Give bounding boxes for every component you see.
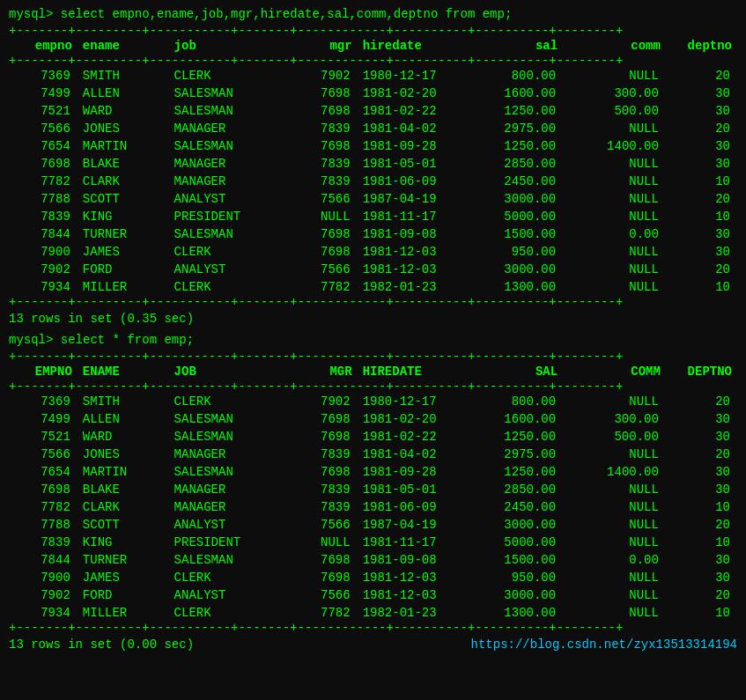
cell-ename: MILLER: [78, 604, 169, 622]
cell-job: SALESMAN: [169, 428, 295, 446]
cell-job: CLERK: [169, 67, 295, 85]
table-row: 7788SCOTTANALYST75661987-04-193000.00NUL…: [9, 516, 737, 534]
cell-deptno: 30: [666, 428, 737, 446]
table-row: 7788SCOTTANALYST75661987-04-193000.00NUL…: [9, 190, 737, 208]
header-cell-hiredate: HIREDATE: [358, 363, 472, 380]
cell-empno: 7902: [9, 586, 78, 604]
cell-hiredate: 1981-11-17: [358, 208, 472, 225]
result1: 13 rows in set (0.35 sec): [9, 312, 737, 326]
cmd1: mysql> select empno,ename,job,mgr,hireda…: [9, 7, 737, 21]
cell-mgr: 7839: [294, 120, 357, 137]
cell-job: CLERK: [169, 393, 295, 410]
cell-deptno: 10: [666, 604, 737, 622]
header-cell-sal: SAL: [471, 363, 563, 380]
cell-hiredate: 1981-04-02: [358, 120, 472, 137]
cell-empno: 7654: [9, 137, 78, 155]
cell-comm: NULL: [563, 173, 666, 190]
table-row: 7934MILLERCLERK77821982-01-231300.00NULL…: [9, 278, 737, 296]
cell-hiredate: 1981-05-01: [358, 155, 472, 173]
table-row: 7782CLARKMANAGER78391981-06-092450.00NUL…: [9, 498, 737, 516]
cell-job: ANALYST: [169, 190, 295, 208]
cell-sal: 1600.00: [471, 410, 563, 428]
url: https://blog.csdn.net/zyx13513314194: [471, 637, 737, 652]
cell-hiredate: 1981-12-03: [358, 569, 472, 586]
table-row: 7902FORDANALYST75661981-12-033000.00NULL…: [9, 261, 737, 278]
cell-hiredate: 1981-12-03: [358, 261, 472, 278]
cell-hiredate: 1981-12-03: [358, 243, 472, 261]
cell-ename: SCOTT: [78, 190, 169, 208]
cell-comm: NULL: [563, 120, 666, 137]
cell-sal: 2975.00: [471, 446, 563, 463]
cell-ename: MARTIN: [78, 463, 169, 481]
table-divider: +-------+---------+-----------+-------+-…: [9, 622, 737, 634]
cell-comm: NULL: [563, 481, 666, 498]
cell-comm: NULL: [563, 569, 666, 586]
cell-hiredate: 1980-12-17: [358, 393, 472, 410]
header-cell-hiredate: hiredate: [358, 37, 472, 55]
table-row: 7654MARTINSALESMAN76981981-09-281250.001…: [9, 463, 737, 481]
header-cell-ename: ename: [78, 37, 169, 55]
cell-sal: 3000.00: [471, 261, 563, 278]
table-divider: +-------+---------+-----------+-------+-…: [9, 296, 737, 308]
table-row: 7654MARTINSALESMAN76981981-09-281250.001…: [9, 137, 737, 155]
cell-mgr: NULL: [294, 534, 357, 551]
cell-deptno: 10: [666, 173, 737, 190]
cell-deptno: 20: [666, 261, 737, 278]
cell-deptno: 10: [666, 208, 737, 225]
cell-ename: TURNER: [78, 225, 169, 243]
cell-mgr: 7698: [294, 463, 357, 481]
cell-deptno: 10: [666, 278, 737, 296]
cell-empno: 7844: [9, 551, 78, 569]
cell-empno: 7499: [9, 85, 78, 102]
cell-deptno: 30: [666, 463, 737, 481]
cell-hiredate: 1981-02-22: [358, 428, 472, 446]
cell-job: SALESMAN: [169, 85, 295, 102]
cell-comm: NULL: [563, 586, 666, 604]
cell-ename: MARTIN: [78, 137, 169, 155]
result2: 13 rows in set (0.00 sec): [9, 637, 194, 652]
cell-deptno: 10: [666, 498, 737, 516]
cell-hiredate: 1980-12-17: [358, 67, 472, 85]
cell-empno: 7782: [9, 173, 78, 190]
cell-job: SALESMAN: [169, 102, 295, 120]
cell-comm: NULL: [563, 243, 666, 261]
table-row: 7521WARDSALESMAN76981981-02-221250.00500…: [9, 102, 737, 120]
cell-deptno: 20: [666, 586, 737, 604]
cell-deptno: 30: [666, 569, 737, 586]
cell-hiredate: 1982-01-23: [358, 604, 472, 622]
cell-comm: NULL: [563, 516, 666, 534]
table-row: 7369SMITHCLERK79021980-12-17800.00NULL20: [9, 67, 737, 85]
cell-empno: 7369: [9, 67, 78, 85]
cell-sal: 1600.00: [471, 85, 563, 102]
cell-hiredate: 1981-09-08: [358, 551, 472, 569]
header-cell-empno: empno: [9, 37, 78, 55]
cell-empno: 7902: [9, 261, 78, 278]
cell-ename: KING: [78, 208, 169, 225]
cell-mgr: 7698: [294, 243, 357, 261]
cell-job: CLERK: [169, 569, 295, 586]
cell-ename: CLARK: [78, 498, 169, 516]
cell-hiredate: 1987-04-19: [358, 190, 472, 208]
table-divider: +-------+---------+-----------+-------+-…: [9, 25, 737, 37]
cell-comm: 1400.00: [563, 463, 666, 481]
cell-comm: NULL: [563, 498, 666, 516]
cell-empno: 7521: [9, 428, 78, 446]
cell-mgr: 7698: [294, 102, 357, 120]
cell-job: MANAGER: [169, 173, 295, 190]
cell-deptno: 20: [666, 446, 737, 463]
cell-mgr: 7782: [294, 278, 357, 296]
cell-sal: 1300.00: [471, 604, 563, 622]
cell-hiredate: 1981-06-09: [358, 173, 472, 190]
cell-job: SALESMAN: [169, 225, 295, 243]
cell-ename: MILLER: [78, 278, 169, 296]
cell-sal: 3000.00: [471, 586, 563, 604]
cell-empno: 7839: [9, 534, 78, 551]
cell-empno: 7934: [9, 604, 78, 622]
cell-hiredate: 1981-09-08: [358, 225, 472, 243]
cell-mgr: NULL: [294, 208, 357, 225]
cell-empno: 7566: [9, 120, 78, 137]
cell-sal: 1250.00: [471, 102, 563, 120]
cell-mgr: 7698: [294, 569, 357, 586]
cell-comm: NULL: [563, 190, 666, 208]
header-cell-sal: sal: [471, 37, 563, 55]
